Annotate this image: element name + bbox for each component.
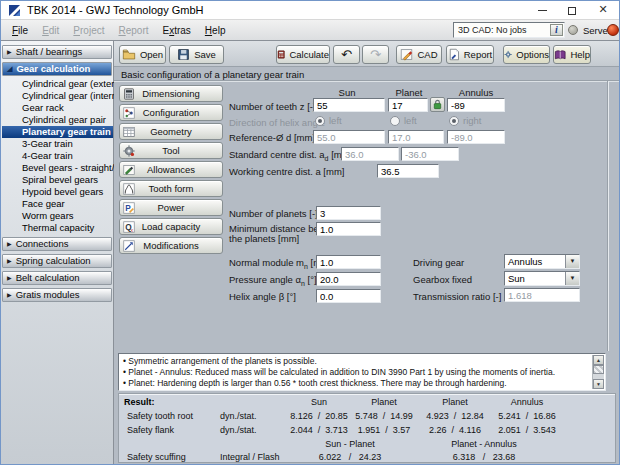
allowances-pencil-icon [123,164,135,176]
sidebar-item-worm-gears[interactable]: Worm gears [2,210,113,222]
result-pair-sun-planet: Sun - Planet [300,439,400,449]
scroll-down-button[interactable]: ▼ [593,379,604,389]
cad-status-field: 3D CAD: No jobs i [453,22,565,38]
tooth-form-icon [123,183,135,195]
result-title: Result: [124,397,155,407]
sidebar-item-face-gear[interactable]: Face gear [2,198,113,210]
info-button[interactable]: i [550,24,563,36]
tool-button[interactable]: Tool [119,142,223,159]
note-line: • Symmetric arrangement of the planets i… [123,356,317,366]
sidebar-item-cylindrical-gear-pair[interactable]: Cylindrical gear pair [2,114,113,126]
chevron-right-icon: ▶ [7,255,12,267]
configuration-scheme-icon [123,107,135,119]
power-icon: P [123,202,135,214]
sidebar-item-cylindrical-gear-external[interactable]: Cylindrical gear (external) [2,78,113,90]
standard-centre-dist-1-field [341,147,399,161]
title-bar: TBK 2014 - GWJ Technology GmbH ✕ [1,1,619,20]
load-capacity-button[interactable]: QxLoad capacity [119,218,223,235]
sidebar-item-planetary-gear-train[interactable]: Planetary gear train [2,126,113,138]
note-line: • Planet: Hardening depth is larger than… [123,378,507,388]
result-value: 5.241 / 16.86 [477,411,577,421]
result-pair-planet-annulus: Planet - Annulus [434,439,534,449]
report-button[interactable]: Report [446,45,494,64]
standard-centre-dist-2-field [401,147,459,161]
pressure-angle-label: Pressure angle αn [°] [229,274,317,287]
menu-file[interactable]: File [5,23,35,38]
sidebar-section-shaft-bearings[interactable]: ▶Shaft / bearings [2,45,112,59]
sidebar-item-hypoid-bevel-gears[interactable]: Hypoid bevel gears [2,186,113,198]
teeth-sun-input[interactable] [313,98,385,112]
scrollbar-thumb[interactable] [593,365,604,374]
notes-box: • Symmetric arrangement of the planets i… [118,353,606,391]
sidebar-item-gear-rack[interactable]: Gear rack [2,102,113,114]
sidebar-section-belt-calculation[interactable]: ▶Belt calculation [2,271,112,285]
gearbox-fixed-select[interactable]: Sun ▼ [504,271,580,286]
sidebar-item-cylindrical-gear-internal[interactable]: Cylindrical gear (internal) [2,90,113,102]
sidebar-item-bevel-gears[interactable]: Bevel gears - straight/helical [2,162,113,174]
maximize-icon [568,7,576,15]
open-button[interactable]: Open [119,45,166,64]
dimensioning-button[interactable]: Dimensioning [119,85,223,102]
tool-gear-icon [123,145,135,157]
number-of-planets-input[interactable] [316,206,381,220]
help-button[interactable]: Help [553,45,591,64]
helix-direction-planet-option: left [390,115,417,126]
power-button[interactable]: PPower [119,199,223,216]
scroll-down-icon: ▼ [596,381,601,387]
chevron-expanded-icon: ◢ [7,63,12,75]
chevron-down-icon[interactable]: ▼ [565,272,579,285]
sidebar-section-spring-calculation[interactable]: ▶Spring calculation [2,254,112,268]
sidebar-item-3-gear-train[interactable]: 3-Gear train [2,138,113,150]
min-distance-input[interactable] [316,222,381,236]
helix-angle-label: Helix angle β [°] [229,291,296,302]
driving-gear-select[interactable]: Annulus ▼ [504,254,580,269]
normal-module-input[interactable] [316,255,381,269]
sidebar-section-gratis-modules[interactable]: ▶Gratis modules [2,288,112,302]
number-of-planets-label: Number of planets [-] [229,208,318,219]
result-value: 6.022 / 24.23 [300,452,400,462]
close-icon: ✕ [598,3,607,15]
cad-button[interactable]: CAD [396,45,442,64]
pencil-drawing-icon [400,48,413,61]
radio-button-icon [449,116,459,126]
note-line: • Planet - Annulus: Reduced mass will be… [123,367,555,377]
working-centre-dist-input[interactable] [377,164,439,178]
options-button[interactable]: Options [503,45,550,64]
app-logo-icon [9,5,20,16]
open-folder-icon [122,48,136,61]
menu-extras[interactable]: Extras [156,23,198,38]
sidebar-item-thermal-capacity[interactable]: Thermal capacity [2,222,113,234]
help-book-icon [554,49,566,61]
save-button[interactable]: Save [169,45,224,64]
undo-button[interactable]: ↶ [333,45,360,64]
sidebar-section-gear-calculation[interactable]: ◢Gear calculation [2,62,112,76]
teeth-annulus-input[interactable] [447,98,505,112]
standard-centre-distance-label: Standard centre dist. ad [mm] [229,149,352,162]
sidebar-item-4-gear-train[interactable]: 4-Gear train [2,150,113,162]
maximize-button[interactable] [558,1,586,19]
column-header-annulus: Annulus [436,87,516,98]
teeth-planet-input[interactable] [388,98,428,112]
configuration-button[interactable]: Configuration [119,104,223,121]
server-status-indicator [607,24,619,36]
scroll-up-button[interactable]: ▲ [593,355,604,365]
modifications-button[interactable]: Modifications [119,237,223,254]
sidebar-item-spiral-bevel-gears[interactable]: Spiral bevel gears [2,174,113,186]
allowances-button[interactable]: Allowances [119,161,223,178]
helix-angle-input[interactable] [316,289,381,303]
chevron-down-icon[interactable]: ▼ [565,255,579,268]
calculate-button[interactable]: Calculate [276,45,330,64]
notes-scrollbar[interactable]: ▲ ▼ [592,355,604,389]
sidebar-section-connections[interactable]: ▶Connections [2,237,112,251]
geometry-grid-icon [123,126,135,138]
teeth-lock-button[interactable] [430,97,445,112]
minimize-button[interactable] [528,1,556,19]
tooth-form-button[interactable]: Tooth form [119,180,223,197]
menu-help[interactable]: Help [198,23,233,38]
options-gear-icon [504,48,512,61]
menu-project: Project [66,23,111,38]
undo-icon: ↶ [341,48,352,61]
geometry-button[interactable]: Geometry [119,123,223,140]
pressure-angle-input[interactable] [316,272,381,286]
close-button[interactable]: ✕ [589,1,617,19]
